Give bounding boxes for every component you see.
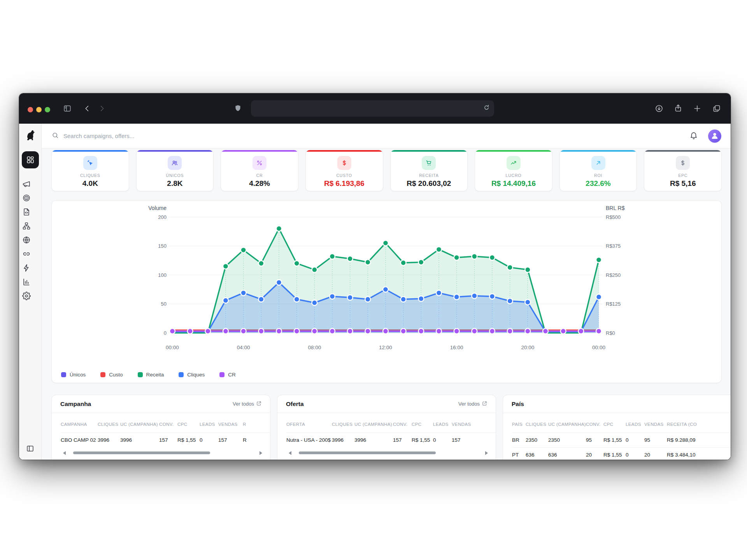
kpi-card-roi: ROI232.6% (559, 150, 637, 191)
kpi-label: LUCRO (506, 173, 522, 178)
browser-toolbar (19, 93, 731, 124)
table-cell: 2350 (526, 437, 548, 443)
horizontal-scrollbar[interactable] (286, 449, 488, 457)
avatar[interactable] (708, 130, 721, 143)
tab-overview-icon[interactable] (712, 104, 721, 113)
forward-icon[interactable] (98, 105, 106, 112)
legend-color-dot (179, 372, 184, 377)
table-cell: 95 (644, 437, 667, 443)
scroll-right-icon[interactable] (485, 451, 488, 455)
sidebar-item-funnels[interactable] (22, 221, 31, 231)
svg-text:04:00: 04:00 (237, 345, 250, 350)
column-header: CONV. (159, 422, 177, 427)
traffic-chart-card: 0R$050R$125100R$250150R$375200R$500Volum… (51, 200, 722, 383)
sidebar-item-domains[interactable] (22, 235, 31, 245)
window-zoom-button[interactable] (45, 107, 50, 112)
kpi-accent-bar (475, 150, 552, 152)
kpi-card-cr: CR4.28% (221, 150, 298, 191)
kpi-accent-bar (391, 150, 468, 152)
kpi-label: ÚNICOS (166, 173, 184, 178)
table-cell: 0 (433, 437, 452, 443)
table-row: PT63663620R$ 1,55020R$ 3.484,10 (512, 447, 731, 460)
sidebar-item-settings[interactable] (22, 291, 31, 301)
new-tab-icon[interactable] (693, 104, 701, 113)
legend-item-custo[interactable]: Custo (100, 372, 123, 378)
chart-legend: ÚnicosCustoReceitaCliquesCR (61, 372, 236, 378)
table-cell: 157 (393, 437, 412, 443)
column-header: LEADS (433, 422, 452, 427)
table-cell: 95 (586, 437, 603, 443)
svg-text:200: 200 (158, 214, 167, 220)
window-minimize-button[interactable] (36, 107, 42, 112)
browser-window: CLIQUES4.0KÚNICOS2.8KCR4.28%CUSTOR$ 6.19… (19, 93, 731, 460)
scrollbar-thumb[interactable] (73, 452, 210, 454)
link-label: Ver todos (233, 401, 254, 407)
sidebar-item-dashboard[interactable] (22, 151, 39, 168)
table-title: País (512, 401, 524, 408)
search-icon (52, 132, 59, 140)
kpi-label: EPC (678, 173, 687, 178)
column-header: PAÍS (512, 422, 526, 427)
table-cell: 20 (644, 452, 667, 458)
privacy-shield-icon[interactable] (234, 104, 242, 112)
sidebar-item-reports[interactable] (22, 277, 31, 287)
column-header: RECEITA (CO (667, 422, 714, 427)
table-cell: R$ 1,55 (603, 437, 626, 443)
legend-label: Custo (109, 372, 123, 378)
kpi-card-lucro: LUCROR$ 14.409,16 (475, 150, 552, 191)
scrollbar-thumb[interactable] (299, 452, 436, 454)
table-cell: R$ 9.288,09 (667, 437, 714, 443)
collapse-sidebar-icon[interactable] (26, 444, 34, 454)
sidebar-item-links[interactable] (22, 249, 31, 259)
search-input[interactable] (63, 133, 227, 139)
legend-item-cr[interactable]: CR (219, 372, 236, 378)
table-cell: R$ 1,55 (412, 437, 433, 443)
sidebar-item-campaigns[interactable] (22, 179, 31, 189)
table-cell: R$ 1,55 (177, 437, 200, 443)
table-cell: 3996 (120, 437, 159, 443)
legend-label: Receita (146, 372, 164, 378)
horizontal-scrollbar[interactable] (61, 449, 262, 457)
column-header: LEADS (200, 422, 218, 427)
volume-revenue-chart: 0R$050R$125100R$250150R$375200R$500Volum… (52, 201, 721, 383)
sidebar-item-automation[interactable] (22, 263, 31, 273)
kpi-label: ROI (594, 173, 602, 178)
scroll-right-icon[interactable] (260, 451, 262, 455)
column-header: UC (CAMPANHA) (548, 422, 586, 427)
svg-text:Volume: Volume (148, 205, 167, 211)
legend-label: Cliques (187, 372, 205, 378)
ver-todos-link[interactable]: Ver todos (458, 401, 487, 407)
table-cell: 3996 (98, 437, 120, 443)
kpi-row: CLIQUES4.0KÚNICOS2.8KCR4.28%CUSTOR$ 6.19… (51, 150, 722, 191)
kpi-card-custo: CUSTOR$ 6.193,86 (305, 150, 383, 191)
table-cell: 3996 (354, 437, 393, 443)
legend-item-cliques[interactable]: Cliques (179, 372, 205, 378)
back-icon[interactable] (83, 105, 91, 112)
url-bar[interactable] (251, 100, 494, 117)
legend-color-dot (138, 372, 143, 377)
legend-color-dot (61, 372, 66, 377)
kpi-accent-bar (644, 150, 721, 152)
app-frame: CLIQUES4.0KÚNICOS2.8KCR4.28%CUSTOR$ 6.19… (19, 124, 731, 460)
table-cell: 3996 (332, 437, 354, 443)
downloads-icon[interactable] (655, 104, 663, 113)
sidebar-item-landing-pages[interactable] (22, 207, 31, 217)
scroll-left-icon[interactable] (289, 451, 291, 455)
share-icon[interactable] (674, 104, 682, 112)
dog-logo[interactable] (24, 129, 37, 143)
window-close-button[interactable] (28, 107, 33, 112)
legend-item-únicos[interactable]: Únicos (61, 372, 86, 378)
column-header: CAMPANHA (61, 422, 98, 427)
legend-item-receita[interactable]: Receita (138, 372, 164, 378)
notifications-bell-icon[interactable] (689, 131, 698, 141)
kpi-label: RECEITA (419, 173, 438, 178)
sidebar-item-offers[interactable] (22, 193, 31, 203)
table-title: Oferta (286, 401, 304, 408)
ver-todos-link[interactable]: Ver todos (233, 401, 261, 407)
column-header: CONV. (586, 422, 603, 427)
sidebar-toggle-icon[interactable] (63, 104, 72, 113)
scroll-left-icon[interactable] (63, 451, 66, 455)
table-title: Campanha (60, 401, 91, 408)
reload-icon[interactable] (483, 104, 490, 112)
column-header: CPC (603, 422, 626, 427)
